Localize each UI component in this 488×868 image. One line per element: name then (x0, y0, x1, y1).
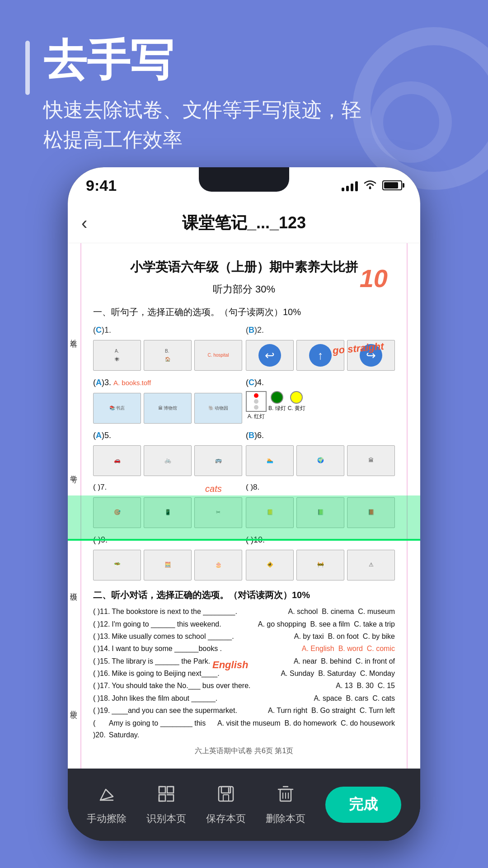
q2-label: (B)2. (246, 323, 395, 337)
q14-opts: A. English B. word C. comic (302, 643, 395, 655)
pic-cell: 🚸 (246, 550, 294, 580)
side-label-name: 姓名 (69, 334, 78, 336)
pic-cell: ⚠ (347, 550, 395, 580)
q1-label: (C)1. (93, 323, 242, 337)
q17-opts: A. 13 B. 30 C. 15 (336, 680, 395, 692)
q11-row: ( )11. The bookstore is next to the ____… (93, 606, 395, 618)
q3-4-row: (A)3. A. books.toff 📚 书店 🏛 博物馆 🐘 动物园 (C)… (93, 375, 395, 426)
pic-cell: ↩ (246, 340, 294, 371)
status-icons (342, 178, 402, 193)
pic-cell: B.🏠 (144, 340, 192, 371)
q11-num: ( )11. (93, 606, 110, 618)
pic-cell: 🏊 (246, 445, 294, 476)
svg-rect-3 (167, 787, 174, 793)
recognize-icon (156, 784, 176, 808)
q8-label: ( )8. (246, 481, 395, 495)
doc-title: 小学英语六年级（上册）期中素养大比拼 (93, 256, 395, 278)
phone-notch (199, 167, 289, 192)
side-label-school: 学校 (69, 704, 78, 707)
q11-text: The bookstore is next to the ________. (112, 606, 237, 618)
content-area: 姓名 学号 班级 学校 小学英语六年级（上册）期中素养大比拼 10 听力部分 3… (68, 243, 420, 769)
pic-cell: 🏛 博物馆 (144, 393, 192, 424)
pic-cell: 🏛 (347, 445, 395, 476)
manual-erase-button[interactable]: 手动擦除 (87, 784, 127, 826)
pic-cell: 🚧 (296, 550, 344, 580)
done-button[interactable]: 完成 (325, 787, 401, 823)
q19-opts: A. Turn right B. Go straight C. Turn lef… (268, 705, 395, 717)
q16-opts: A. Sunday B. Saturday C. Monday (281, 668, 395, 679)
battery-icon (382, 180, 402, 190)
q12-text: I'm going to ______ this weekend. (112, 618, 221, 630)
pic-cell: 🧮 (144, 550, 192, 580)
handwriting-cats: cats (205, 481, 222, 497)
q16-num: ( )16. (93, 668, 110, 679)
manual-erase-label: 手动擦除 (87, 812, 127, 826)
save-page-button[interactable]: 保存本页 (206, 784, 246, 826)
q18-opts: A. space B. cars C. cats (314, 693, 395, 704)
wifi-icon (363, 178, 377, 193)
delete-page-label: 删除本页 (266, 812, 305, 826)
pic-cell: 📚 书店 (93, 393, 141, 424)
q14-num: ( )14. (93, 643, 110, 655)
svg-rect-7 (223, 795, 229, 801)
q12-num: ( )12. (93, 618, 110, 630)
q9-pics: 🥗 🧮 🎂 (93, 550, 242, 580)
q15-num: ( )15. (93, 656, 110, 667)
q13-text: Mike usually comes to school ______. (112, 631, 234, 642)
q4-traffic: A. 红灯 B. 绿灯 C. 黄灯 (246, 391, 395, 422)
q13-opts: A. by taxi B. on foot C. by bike (294, 631, 395, 642)
phone-mockup: 9:41 (68, 167, 420, 841)
q20-num: ( )20. (93, 717, 107, 741)
doc-section1: 一、听句子，选择正确的选项。（句子读两次）10% (93, 304, 395, 320)
handwriting-score: 10 (360, 256, 388, 302)
q6-pics: 🏊 🌍 🏛 (246, 445, 395, 476)
q18-num: ( )18. (93, 693, 110, 704)
q4-label: (C)4. (246, 375, 395, 390)
q15-text: The library is ______ the Park. (112, 656, 210, 667)
q4-a: A. 红灯 (246, 391, 267, 422)
q17-num: ( )17. (93, 680, 110, 692)
q12-row: ( )12. I'm going to ______ this weekend.… (93, 618, 395, 630)
q4-block: (C)4. A. 红灯 (246, 375, 395, 426)
promo-circle2-deco (371, 81, 452, 163)
q16-text: Mike is going to Beijing next____. (112, 668, 219, 679)
q13-row: ( )13. Mike usually comes to school ____… (93, 631, 395, 642)
promo-area: 去手写 快速去除试卷、文件等手写痕迹，轻松提高工作效率 (0, 0, 488, 190)
delete-page-button[interactable]: 删除本页 (266, 784, 305, 826)
scan-line (68, 539, 420, 541)
q17-text: You should take the No.___ bus over ther… (112, 680, 250, 692)
q5-6-row: (A)5. 🚗 🚲 🚌 (B)6. 🏊 🌍 (93, 428, 395, 479)
handwriting-english: English (212, 659, 248, 671)
pic-cell: 🎂 (194, 550, 242, 580)
document-image: 姓名 学号 班级 学校 小学英语六年级（上册）期中素养大比拼 10 听力部分 3… (68, 243, 420, 769)
q1-pics: A.🕷 B.🏠 C. hospital (93, 340, 242, 371)
save-page-label: 保存本页 (206, 812, 246, 826)
q20-opts: A. visit the museum B. do homework C. do… (217, 717, 395, 729)
q15-opts: A. near B. behind C. in front of (294, 656, 395, 667)
dialog-questions: ( )11. The bookstore is next to the ____… (93, 606, 395, 741)
back-button[interactable]: ‹ (81, 213, 87, 233)
q14-text: I want to buy some ______books . (112, 643, 222, 655)
delete-icon (276, 784, 296, 808)
recognize-page-label: 识别本页 (146, 812, 186, 826)
pic-cell: 🚲 (144, 445, 192, 476)
q6-block: (B)6. 🏊 🌍 🏛 (246, 428, 395, 479)
q20-row: ( )20. Amy is going to ________ this Sat… (93, 717, 395, 741)
q3-pics: 📚 书店 🏛 博物馆 🐘 动物园 (93, 393, 242, 424)
nav-title: 课堂笔记_..._123 (182, 212, 306, 234)
q18-row: ( )18. John likes the film about ______.… (93, 693, 395, 704)
promo-accent-bar (25, 41, 30, 95)
q4-c: C. 黄灯 (288, 391, 305, 422)
status-time: 9:41 (86, 177, 117, 194)
q5-label: (A)5. (93, 428, 242, 443)
q12-opts: A. go shopping B. see a film C. take a t… (258, 618, 395, 630)
erase-icon (97, 784, 117, 808)
q14-row: ( )14. I want to buy some ______books . … (93, 643, 395, 655)
q19-text: ____and you can see the supermarket. (112, 705, 237, 717)
pic-cell: 🚌 (194, 445, 242, 476)
q5-pics: 🚗 🚲 🚌 (93, 445, 242, 476)
side-label-class: 班级 (69, 587, 78, 590)
recognize-page-button[interactable]: 识别本页 (146, 784, 186, 826)
phone-outer: 9:41 (68, 167, 420, 841)
q17-row: ( )17. You should take the No.___ bus ov… (93, 680, 395, 692)
